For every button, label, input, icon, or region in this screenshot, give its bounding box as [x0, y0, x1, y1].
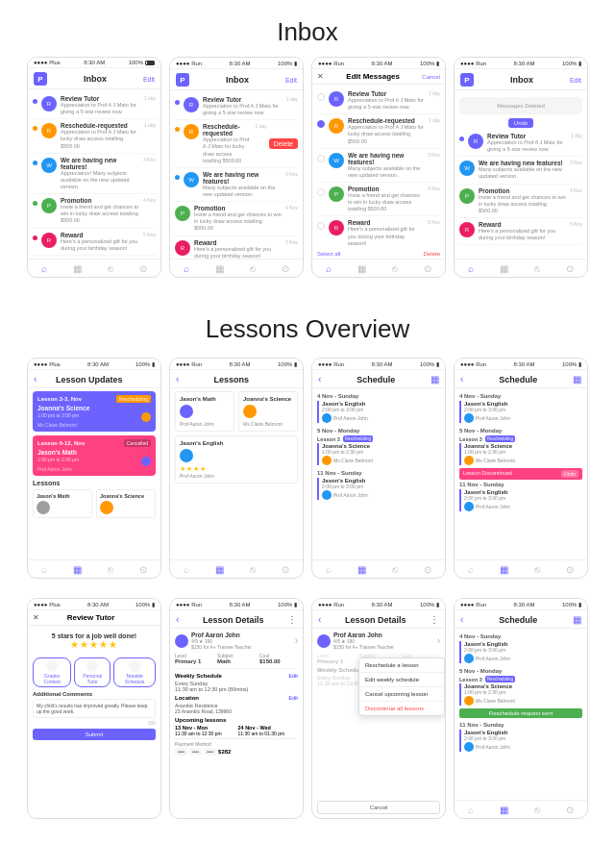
nav-calendar-icon[interactable]: ▦	[500, 564, 508, 575]
menu-item-edit-schedule[interactable]: Edit weekly schedule	[359, 673, 444, 687]
inbox-item[interactable]: W We are having new features! Many subje…	[459, 157, 582, 184]
edit-button[interactable]: Edit	[285, 77, 297, 84]
schedule-item[interactable]: Jason's English 2:00 pm to 3:00 pm Prof …	[317, 478, 440, 500]
schedule-item[interactable]: Jason's English 2:00 pm to 3:00 pm Prof …	[459, 641, 582, 663]
nav-profile-icon[interactable]: ⊙	[424, 564, 431, 575]
nav-search-icon[interactable]: ⌕	[184, 564, 189, 575]
inbox-item[interactable]: R Reward Here's a personalized gift for …	[459, 218, 582, 245]
schedule-item[interactable]: Jason's English 2:00 pm to 3:00 pm Prof …	[459, 730, 582, 752]
nav-calendar-icon[interactable]: ▦	[357, 564, 366, 575]
inbox-item[interactable]: R Reward Here's a personalized gift for …	[33, 229, 156, 256]
personal-tutor-tag[interactable]: Personal Tutor	[74, 657, 111, 687]
swipe-item[interactable]: R Reschedule-requested Appreciation to P…	[175, 120, 298, 168]
weekly-edit-button[interactable]: Edit	[289, 673, 298, 679]
nav-search-icon[interactable]: ⌕	[41, 564, 47, 575]
nav-calendar-icon[interactable]: ▦	[73, 263, 82, 274]
nav-profile-icon[interactable]: ⊙	[566, 805, 574, 815]
edit-button[interactable]: Edit	[570, 77, 581, 84]
delete-button[interactable]: Delete	[269, 138, 298, 149]
nav-search-icon[interactable]: ⌕	[41, 263, 47, 274]
schedule-item[interactable]: Jason's English 2:00 pm to 3:00 pm Prof …	[459, 401, 582, 423]
nav-search-icon[interactable]: ⌕	[468, 564, 474, 575]
nav-calendar-icon[interactable]: ▦	[357, 263, 366, 274]
back-button[interactable]: ‹	[318, 614, 321, 625]
lesson-mini-card[interactable]: Joanna's Science	[96, 489, 156, 518]
inbox-item[interactable]: R Reward Here's a personalized gift for …	[317, 216, 440, 249]
checkbox-checked[interactable]	[317, 120, 325, 128]
more-menu-button[interactable]: ⋮	[287, 614, 297, 625]
nav-search-icon[interactable]: ⌕	[468, 263, 474, 274]
schedule-item[interactable]: Joanna's Science 1:00 pm to 2:30 pm Ms C…	[459, 443, 582, 465]
inbox-item[interactable]: R Reward Here's a personalized gift for …	[175, 236, 298, 259]
back-button[interactable]: ‹	[176, 614, 179, 625]
inbox-item[interactable]: P Promotion Invite a friend and get chan…	[317, 183, 440, 216]
undo-button[interactable]: Undo	[508, 118, 533, 128]
back-button[interactable]: ‹	[460, 374, 463, 384]
nav-profile-icon[interactable]: ⊙	[566, 263, 574, 274]
calendar-icon[interactable]: ▦	[573, 614, 581, 625]
inbox-item[interactable]: R Reschedule-requested Appreciation to P…	[317, 114, 440, 148]
comments-textarea[interactable]: My child's results has improved greatly.…	[33, 699, 156, 718]
inbox-item[interactable]: R Reschedule-requested Appreciation to P…	[33, 119, 156, 153]
inbox-item[interactable]: R Review Tutor Appreciation to Prof A J …	[175, 93, 298, 120]
nav-search-icon[interactable]: ⌕	[184, 263, 189, 274]
schedule-item[interactable]: Joanna's Science 1:00 pm to 2:30 pm Ms C…	[459, 683, 582, 706]
back-button[interactable]: ‹	[176, 374, 179, 384]
nav-profile-icon[interactable]: ⊙	[424, 263, 431, 274]
nav-profile-icon[interactable]: ⊙	[139, 263, 147, 274]
back-button[interactable]: ‹	[460, 614, 463, 625]
schedule-item[interactable]: Jason's English 2:00 pm to 3:00 pm Prof …	[459, 489, 582, 511]
inbox-item[interactable]: W We are having new features! Many subje…	[175, 168, 298, 202]
nav-share-icon[interactable]: ⎋	[534, 263, 540, 274]
select-all-button[interactable]: Select all	[317, 251, 340, 257]
submit-button[interactable]: Submit	[33, 729, 156, 740]
edit-button[interactable]: Edit	[143, 76, 155, 83]
inbox-item[interactable]: P Promotion Invite a friend and get chan…	[33, 194, 156, 228]
nav-calendar-icon[interactable]: ▦	[500, 263, 508, 274]
checkbox[interactable]	[317, 93, 325, 101]
nav-calendar-icon[interactable]: ▦	[73, 564, 82, 575]
checkbox[interactable]	[317, 155, 325, 162]
cancel-button[interactable]: Cancel	[317, 801, 440, 814]
inbox-item[interactable]: P Promotion Invite a friend and get chan…	[175, 202, 298, 236]
inbox-item[interactable]: R Review Tutor Appreciation to Prof A J …	[459, 130, 582, 157]
nav-share-icon[interactable]: ⎋	[392, 564, 398, 575]
inbox-item[interactable]: R Review Tutor Appreciation to Prof A J …	[33, 92, 156, 119]
nav-profile-icon[interactable]: ⊙	[139, 564, 147, 575]
grades-content-tag[interactable]: Grades Content	[33, 657, 71, 687]
schedule-item[interactable]: Jason's English 2:00 pm to 3:00 pm Prof …	[317, 401, 440, 423]
cancel-button[interactable]: Cancel	[422, 74, 440, 80]
star-rating[interactable]: ★★★★★	[33, 639, 156, 650]
nav-share-icon[interactable]: ⎋	[392, 263, 398, 274]
nav-share-icon[interactable]: ⎋	[250, 564, 256, 575]
nav-profile-icon[interactable]: ⊙	[282, 564, 289, 575]
nav-share-icon[interactable]: ⎋	[250, 263, 256, 274]
menu-item-reschedule[interactable]: Reschedule a lesson	[359, 658, 444, 673]
back-button[interactable]: ‹	[34, 374, 37, 384]
lesson-card[interactable]: Joanna's Science Ms Claire Belmont	[238, 391, 298, 432]
nav-share-icon[interactable]: ⎋	[534, 564, 540, 575]
nav-search-icon[interactable]: ⌕	[326, 263, 332, 274]
schedule-item[interactable]: Joanna's Science 1:00 pm to 2:30 pm Ms C…	[317, 443, 440, 465]
nav-calendar-icon[interactable]: ▦	[215, 263, 224, 274]
menu-item-discontinue[interactable]: Discontinue all lessons	[359, 702, 444, 715]
inbox-item[interactable]: W We are having new features! Appreciati…	[33, 154, 156, 194]
nav-calendar-icon[interactable]: ▦	[215, 564, 224, 575]
chevron-right-icon[interactable]: ›	[437, 635, 440, 646]
more-menu-icon[interactable]: ⋮	[430, 614, 439, 625]
notable-schedule-tag[interactable]: Notable Schedule	[113, 657, 156, 687]
lesson-card-wide[interactable]: Jason's English ★★★★ Prof Aaron John	[175, 435, 298, 484]
nav-share-icon[interactable]: ⎋	[534, 805, 540, 815]
delete-selected-button[interactable]: Delete	[424, 251, 440, 257]
nav-share-icon[interactable]: ⎋	[108, 564, 113, 575]
nav-search-icon[interactable]: ⌕	[468, 805, 474, 815]
checkbox[interactable]	[317, 222, 325, 230]
inbox-item[interactable]: P Promotion Invite a friend and get chan…	[459, 185, 582, 218]
location-edit-button[interactable]: Edit	[289, 695, 298, 701]
undo-button[interactable]: Undo	[561, 470, 578, 478]
nav-calendar-icon[interactable]: ▦	[500, 805, 508, 815]
menu-item-cancel-lesson[interactable]: Cancel upcoming lesson	[359, 687, 444, 702]
calendar-icon[interactable]: ▦	[573, 374, 581, 384]
lesson-card[interactable]: Jason's Math Prof Aaron John	[175, 391, 234, 432]
calendar-icon[interactable]: ▦	[430, 374, 439, 384]
